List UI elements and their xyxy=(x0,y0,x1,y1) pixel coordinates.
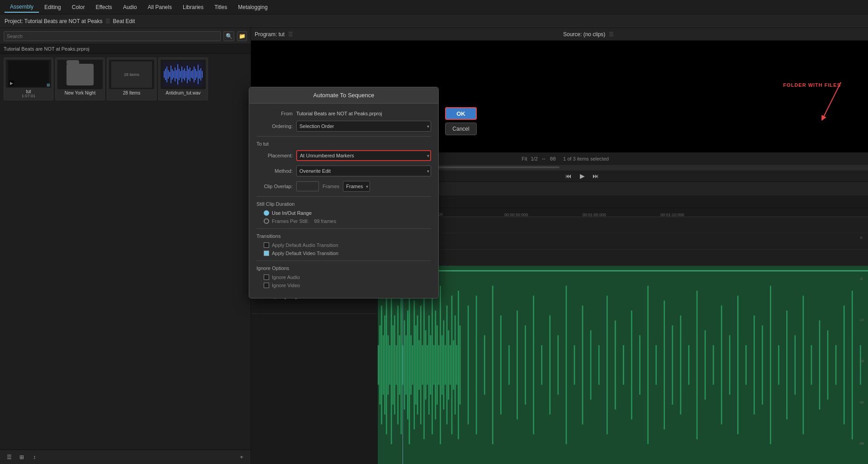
apply-video-transition-checkbox[interactable] xyxy=(264,251,269,256)
items-selected: 1 of 3 items selected xyxy=(563,156,609,161)
svg-rect-63 xyxy=(432,296,433,435)
svg-rect-66 xyxy=(436,325,438,404)
menu-item-assembly[interactable]: Assembly xyxy=(5,2,39,13)
svg-rect-54 xyxy=(417,316,418,415)
svg-rect-72 xyxy=(446,306,448,425)
apply-audio-transition-label: Apply Default Audio Transition xyxy=(272,242,338,248)
svg-rect-0 xyxy=(164,71,165,78)
apply-audio-transition-checkbox[interactable] xyxy=(264,242,269,248)
src-play[interactable]: ▶ xyxy=(577,170,588,181)
svg-rect-102 xyxy=(639,335,640,394)
svg-rect-48 xyxy=(407,311,408,420)
bin-item-tut[interactable]: ▶ ⊞ tut 1:07:01 xyxy=(4,57,53,100)
menu-item-color[interactable]: Color xyxy=(66,2,90,12)
header-bar: Project: Tutorial Beats are NOT at Peaks… xyxy=(0,14,868,28)
svg-rect-52 xyxy=(413,301,415,430)
svg-rect-51 xyxy=(412,345,413,385)
svg-rect-123 xyxy=(811,345,812,385)
bin-item-new-york-night[interactable]: New York Night xyxy=(55,57,105,100)
ignore-audio-checkbox[interactable] xyxy=(264,275,269,280)
menu-item-all-panels[interactable]: All Panels xyxy=(142,2,177,12)
radio-frames[interactable] xyxy=(264,218,269,224)
search-button[interactable]: 🔍 xyxy=(223,31,234,41)
svg-rect-67 xyxy=(438,345,440,385)
svg-rect-83 xyxy=(484,335,485,394)
apply-video-transition-label: Apply Default Video Transition xyxy=(272,251,338,256)
dialog-ordering-row: Ordering: Selection Order ▾ xyxy=(256,121,431,132)
radio-in-out[interactable] xyxy=(264,210,269,216)
ruler-mark-110: 00:01:10:000 xyxy=(660,213,684,217)
menu-item-editing[interactable]: Editing xyxy=(39,2,66,12)
source-monitor-screen xyxy=(560,41,868,152)
bin-item-tut-label: tut xyxy=(6,89,51,94)
svg-rect-41 xyxy=(396,345,397,385)
menu-item-metalogging[interactable]: Metalogging xyxy=(232,2,273,12)
svg-rect-59 xyxy=(425,330,427,399)
menu-item-effects[interactable]: Effects xyxy=(90,2,117,12)
menu-item-titles[interactable]: Titles xyxy=(209,2,232,12)
ignore-video-checkbox[interactable] xyxy=(264,283,269,288)
radio-in-out-row: Use In/Out Range xyxy=(256,210,431,216)
bin-item-audio[interactable]: Antidrum_tut.wav xyxy=(158,57,208,100)
dialog-ordering-label: Ordering: xyxy=(256,123,293,129)
automate-to-sequence-dialog[interactable]: Automate To Sequence From Tutorial Beats… xyxy=(249,87,439,298)
still-clip-label: Still Clip Duration xyxy=(256,201,431,207)
dialog-body: From Tutorial Beats are NOT at Peaks.prp… xyxy=(249,104,438,298)
svg-rect-89 xyxy=(533,296,534,435)
dialog-divider-2 xyxy=(256,196,431,197)
sort-button[interactable]: ↕ xyxy=(29,453,40,462)
track-a1-content: × xyxy=(378,266,868,464)
expand-icon[interactable]: ↔ xyxy=(541,156,546,161)
placement-dropdown[interactable]: At Unnumbered Markers xyxy=(296,150,431,161)
source-transport-bar: ⏮ ▶ ⏭ xyxy=(560,170,868,181)
menu-item-libraries[interactable]: Libraries xyxy=(177,2,209,12)
svg-rect-107 xyxy=(680,316,681,415)
apply-audio-transition-row: Apply Default Audio Transition xyxy=(256,242,431,248)
program-monitor-title: Program: tut xyxy=(255,31,285,38)
svg-rect-77 xyxy=(455,316,456,415)
svg-rect-21 xyxy=(192,70,193,79)
svg-rect-53 xyxy=(415,325,417,404)
svg-rect-18 xyxy=(188,69,189,80)
method-dropdown[interactable]: Overwrite Edit xyxy=(296,166,431,176)
clip-overlap-input[interactable] xyxy=(296,181,319,191)
source-scrubber[interactable] xyxy=(560,165,868,170)
bin-item-28-items[interactable]: 28 items 28 Items xyxy=(107,57,157,100)
svg-rect-99 xyxy=(615,320,616,409)
svg-rect-82 xyxy=(476,296,477,435)
ok-button[interactable]: OK xyxy=(445,107,477,120)
svg-rect-109 xyxy=(697,291,698,440)
list-view-button[interactable]: ☰ xyxy=(4,453,14,462)
svg-rect-61 xyxy=(428,316,430,415)
dialog-clip-overlap-label: Clip Overlap: xyxy=(256,184,293,189)
menu-item-audio[interactable]: Audio xyxy=(118,2,142,12)
svg-rect-39 xyxy=(393,325,394,404)
fit-label[interactable]: Fit xyxy=(522,156,527,161)
svg-rect-97 xyxy=(598,345,600,385)
src-step-back[interactable]: ⏮ xyxy=(563,170,574,181)
ignore-options-label: Ignore Options xyxy=(256,265,431,271)
frames-dropdown[interactable]: Frames xyxy=(343,181,370,192)
svg-rect-42 xyxy=(397,306,398,425)
program-monitor-menu-icon[interactable]: ☰ xyxy=(288,31,293,38)
ratio-label[interactable]: 1/2 xyxy=(531,156,537,161)
svg-rect-115 xyxy=(745,345,747,385)
track-v3-content xyxy=(378,217,868,233)
svg-rect-56 xyxy=(420,306,422,425)
browse-button[interactable]: 📁 xyxy=(237,31,247,41)
svg-rect-10 xyxy=(177,64,178,85)
bin-item-audio-label: Antidrum_tut.wav xyxy=(161,90,206,95)
cancel-button[interactable]: Cancel xyxy=(445,123,477,135)
svg-rect-5 xyxy=(171,66,171,83)
source-monitor-menu-icon[interactable]: ☰ xyxy=(609,31,614,38)
ordering-dropdown[interactable]: Selection Order xyxy=(296,121,431,132)
src-step-fwd[interactable]: ⏭ xyxy=(590,170,601,181)
dialog-from-value: Tutorial Beats are NOT at Peaks.prproj xyxy=(296,111,382,116)
bin-thumb-folder xyxy=(57,60,103,89)
dialog-clip-overlap-row: Clip Overlap: Frames Frames ▾ xyxy=(256,181,431,192)
icon-view-button[interactable]: ⊞ xyxy=(16,453,27,462)
new-bin-button[interactable]: + xyxy=(236,453,247,462)
left-panel-tools: ☰ ⊞ ↕ + xyxy=(0,450,251,464)
search-input[interactable] xyxy=(4,31,221,41)
dialog-placement-row: Placement: At Unnumbered Markers ▾ xyxy=(256,150,431,161)
